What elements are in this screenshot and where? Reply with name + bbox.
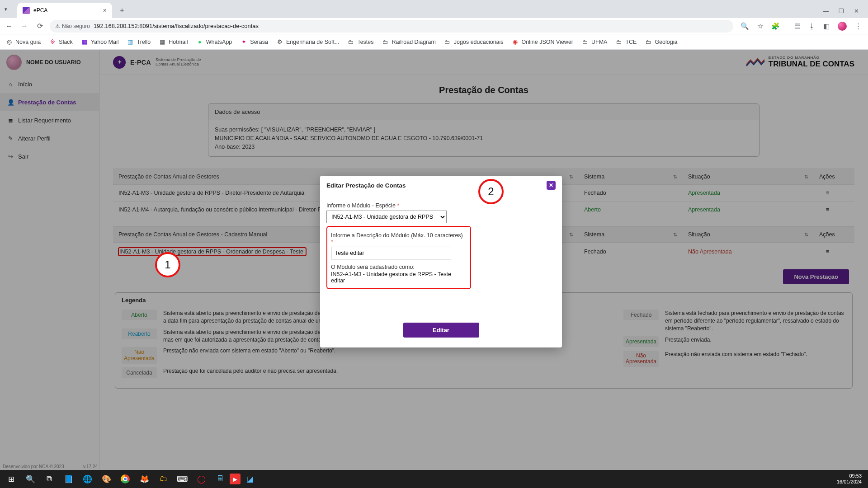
user-icon: 👤	[7, 99, 14, 106]
sort-icon: ⇅	[804, 174, 808, 180]
nova-prestacao-button[interactable]: Nova Prestação	[783, 269, 849, 284]
sidebar: NOME DO USUARIO ⌂Início 👤Prestação de Co…	[0, 50, 99, 470]
window-close-icon[interactable]: ✕	[854, 8, 859, 14]
search-icon[interactable]: 🔍	[21, 470, 40, 488]
bookmark-nova-guia[interactable]: ◎Nova guia	[5, 38, 41, 46]
address-bar[interactable]: ⚠ Não seguro 192.168.200.152:8091/sistem…	[50, 20, 733, 33]
list-icon: ≣	[7, 117, 14, 124]
downloads-icon[interactable]: ⭳	[808, 22, 815, 30]
profile-avatar-icon[interactable]	[838, 22, 847, 31]
taskview-icon[interactable]: ⧉	[40, 470, 59, 488]
side-panel-icon[interactable]: ☰	[794, 22, 800, 30]
annotation-2: 2	[478, 179, 504, 204]
taskbar-app-icon[interactable]: 🌐	[78, 470, 97, 488]
avatar	[6, 55, 22, 70]
tab-title: ePCA	[33, 7, 47, 14]
table-header-sistema[interactable]: Sistema⇅	[579, 169, 683, 184]
modal-close-button[interactable]: ✕	[547, 181, 556, 190]
taskbar-terminal-icon[interactable]: ⌨	[173, 470, 192, 488]
row-situacao: Apresentada	[683, 202, 814, 218]
table-header-acoes: Ações	[814, 227, 841, 242]
reload-icon[interactable]: ⟳	[34, 22, 45, 30]
modal-highlight-area: Informe a Descrição do Módulo (Máx. 10 c…	[326, 226, 471, 289]
chrome-menu-icon[interactable]: ⋮	[855, 22, 862, 30]
taskbar-app-icon[interactable]: 📘	[59, 470, 78, 488]
taskbar-calc-icon[interactable]: 🖩	[211, 470, 230, 488]
taskbar-clock[interactable]: 09:53 16/01/2024	[832, 473, 866, 485]
brand-subtitle: Sistema de Prestação de Contas Anual Ele…	[156, 58, 201, 67]
extensions-icon[interactable]: 🧩	[771, 22, 780, 30]
annotation-1: 1	[155, 252, 180, 277]
tce-logo-icon	[746, 58, 765, 67]
insecure-badge[interactable]: ⚠ Não seguro	[55, 23, 90, 29]
row-sistema: Aberto	[579, 202, 683, 218]
taskbar-app-icon[interactable]: ◪	[241, 470, 259, 488]
bookmark-json[interactable]: ◉Online JSON Viewer	[512, 38, 573, 46]
row-menu-icon[interactable]: ≡	[826, 206, 829, 213]
table-header-sistema[interactable]: Sistema⇅	[579, 227, 683, 242]
bookmark-slack[interactable]: ※Slack	[49, 38, 73, 46]
page-title: Prestação de Contas	[99, 85, 868, 95]
taskbar-explorer-icon[interactable]: 🗂	[154, 470, 173, 488]
bookmarks-bar: ◎Nova guia ※Slack ▦Yahoo Mail ▥Trello ▦H…	[0, 34, 868, 50]
editar-button[interactable]: Editar	[403, 323, 479, 338]
access-entity: MUNICIPIO DE ACAILANDIA - SAAE SERVICO A…	[215, 134, 753, 143]
zoom-icon[interactable]: 🔍	[741, 22, 749, 30]
bookmark-hotmail[interactable]: ▦Hotmail	[159, 38, 188, 46]
back-icon[interactable]: ←	[4, 22, 14, 30]
taskbar-firefox-icon[interactable]: 🦊	[135, 470, 154, 488]
legend-badge-aberto: Aberto	[122, 310, 157, 320]
sidebar-item-listar[interactable]: ≣Listar Requerimento	[0, 111, 99, 129]
table-header-situacao[interactable]: Situação⇅	[683, 227, 814, 242]
legend-badge-cancelada: Cancelada	[122, 367, 157, 378]
user-name: NOME DO USUARIO	[26, 59, 81, 66]
new-tab-button[interactable]: +	[116, 4, 128, 17]
sidebar-item-prestacao[interactable]: 👤Prestação de Contas	[0, 93, 99, 111]
access-permissions: Suas permissões: [ "VISUALIZAR", "PREENC…	[215, 126, 753, 134]
sidebar-item-inicio[interactable]: ⌂Início	[0, 75, 99, 93]
reading-list-icon[interactable]: ◧	[823, 22, 830, 30]
descricao-input[interactable]	[331, 247, 451, 259]
legend-badge-fechado: Fechado	[623, 310, 659, 320]
taskbar-opera-icon[interactable]: ◯	[192, 470, 211, 488]
bookmark-testes[interactable]: 🗀Testes	[347, 38, 373, 46]
taskbar-app-icon[interactable]: 🎨	[97, 470, 116, 488]
descricao-label: Informe a Descrição do Módulo (Máx. 10 c…	[331, 232, 467, 245]
url-text: 192.168.200.152:8091/sistema/fiscalizado…	[94, 23, 259, 29]
bookmark-trello[interactable]: ▥Trello	[127, 38, 151, 46]
bookmark-engenharia[interactable]: ⚙Engenharia de Soft...	[276, 38, 339, 46]
bookmark-whatsapp[interactable]: ●WhatsApp	[196, 38, 232, 46]
sort-icon: ⇅	[569, 174, 573, 180]
tabs-chevron-icon[interactable]: ▾	[5, 6, 7, 12]
tab-close-icon[interactable]: ×	[103, 7, 107, 14]
forward-icon[interactable]: →	[19, 22, 30, 30]
start-icon[interactable]: ⊞	[2, 470, 21, 488]
home-icon: ⌂	[7, 81, 14, 88]
bookmark-tce[interactable]: 🗀TCE	[615, 38, 637, 46]
bookmark-geologia[interactable]: 🗀Geologia	[645, 38, 677, 46]
bookmark-railroad[interactable]: 🗀Railroad Diagram	[382, 38, 436, 46]
sort-icon: ⇅	[804, 232, 808, 238]
browser-tab[interactable]: ePCA ×	[17, 3, 112, 18]
bookmark-star-icon[interactable]: ☆	[757, 22, 763, 30]
modal-title: Editar Prestação de Contas	[326, 182, 406, 189]
modulo-select[interactable]: IN52-A1-M3 - Unidade gestora de RPPS	[326, 211, 447, 223]
windows-taskbar: ⊞ 🔍 ⧉ 📘 🌐 🎨 🦊 🗂 ⌨ ◯ 🖩 ▶ ◪ 09:53 16/01/20…	[0, 470, 868, 488]
window-minimize-icon[interactable]: —	[823, 8, 829, 14]
taskbar-chrome-icon[interactable]	[116, 470, 135, 488]
row-menu-icon[interactable]: ≡	[826, 190, 829, 196]
logout-icon: ↪	[7, 153, 14, 160]
bookmark-ufma[interactable]: 🗀UFMA	[581, 38, 607, 46]
bookmark-jogos[interactable]: 🗀Jogos educacionais	[444, 38, 504, 46]
sidebar-item-sair[interactable]: ↪Sair	[0, 147, 99, 165]
sort-icon: ⇅	[569, 232, 573, 238]
legend-badge-reaberto: Reaberto	[122, 328, 157, 339]
table-header-situacao[interactable]: Situação⇅	[683, 169, 814, 184]
bookmark-yahoo[interactable]: ▦Yahoo Mail	[81, 38, 119, 46]
user-box: NOME DO USUARIO	[0, 50, 99, 75]
taskbar-app-icon[interactable]: ▶	[230, 474, 241, 484]
sidebar-item-perfil[interactable]: ✎Alterar Perfil	[0, 129, 99, 147]
window-restore-icon[interactable]: ❐	[839, 8, 844, 14]
row-menu-icon[interactable]: ≡	[826, 249, 829, 255]
bookmark-serasa[interactable]: ✦Serasa	[240, 38, 268, 46]
